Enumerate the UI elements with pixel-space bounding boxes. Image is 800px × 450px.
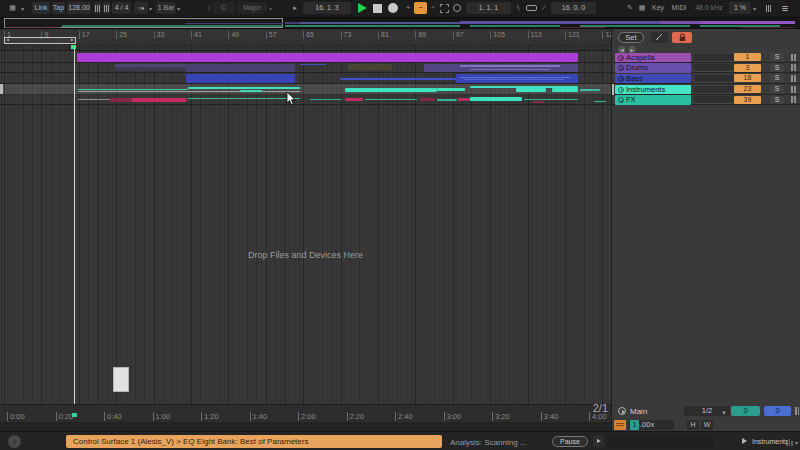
track-io-slot[interactable] xyxy=(694,86,738,93)
clip[interactable] xyxy=(532,101,544,103)
cpu-meter[interactable]: 1 % xyxy=(729,2,751,14)
track-name[interactable]: FX xyxy=(615,95,691,105)
tempo-field[interactable]: 128.00 xyxy=(67,2,91,14)
time-signature-field[interactable]: 4 / 4 xyxy=(112,2,131,14)
nudge-down-button[interactable] xyxy=(94,2,101,14)
solo-button[interactable]: S xyxy=(770,96,784,104)
clip[interactable] xyxy=(420,98,435,101)
scrub-area[interactable] xyxy=(0,45,611,51)
clip[interactable] xyxy=(458,98,470,101)
width-zoom-button[interactable]: W xyxy=(701,420,713,430)
clip[interactable] xyxy=(115,67,186,71)
punch-in-button[interactable]: ∖ xyxy=(514,2,522,14)
overdub-button[interactable]: + xyxy=(404,2,412,14)
key-map-button[interactable]: Key xyxy=(649,2,667,14)
arrangement-overview[interactable] xyxy=(0,17,800,29)
control-surface-icon[interactable]: ▦ xyxy=(6,2,19,14)
stop-button[interactable] xyxy=(373,4,382,13)
clip[interactable] xyxy=(345,98,363,101)
solo-button[interactable]: S xyxy=(770,74,784,82)
clip[interactable] xyxy=(345,88,437,92)
loop-length-field[interactable]: 16. 0. 0 xyxy=(551,2,596,14)
track-routing-number[interactable]: 1 xyxy=(734,53,761,61)
info-icon[interactable]: i xyxy=(8,435,21,448)
loop-switch[interactable] xyxy=(526,5,537,11)
grid-interval-menu[interactable]: 1/2▼ xyxy=(684,406,730,416)
nudge-up-button[interactable] xyxy=(103,2,110,14)
clip[interactable] xyxy=(188,87,300,90)
clip[interactable] xyxy=(437,88,465,91)
instruments-play-icon[interactable] xyxy=(742,438,747,444)
track-activator-icon[interactable] xyxy=(618,65,624,71)
automation-arm-button[interactable]: ~ xyxy=(414,2,427,14)
clip[interactable] xyxy=(460,77,570,78)
record-button[interactable] xyxy=(388,3,398,13)
solo-button[interactable]: S xyxy=(770,64,784,72)
clip[interactable] xyxy=(437,99,457,101)
clip[interactable] xyxy=(516,88,546,92)
quantize-menu[interactable]: 1 Bar xyxy=(156,2,176,14)
fold-button[interactable]: ▦ xyxy=(637,2,647,14)
height-zoom-button[interactable]: H xyxy=(687,420,699,430)
clip[interactable] xyxy=(552,88,578,92)
clip[interactable] xyxy=(300,64,326,66)
scale-chevron-icon[interactable]: ▾ xyxy=(269,5,272,12)
track-io-slot[interactable] xyxy=(694,96,738,103)
metronome-chevron-icon[interactable]: ▾ xyxy=(149,5,152,12)
track-io-slot[interactable] xyxy=(694,64,738,71)
clip[interactable] xyxy=(470,69,550,71)
track-header-drums[interactable]: Drums3S xyxy=(612,63,800,74)
reenable-automation-button[interactable]: + xyxy=(429,2,437,14)
main-send-b-value[interactable]: 0 xyxy=(764,406,791,416)
track-routing-number[interactable]: 23 xyxy=(734,85,761,93)
track-header-bass[interactable]: Bass18S xyxy=(612,73,800,84)
play-button[interactable] xyxy=(358,3,367,13)
resume-button[interactable] xyxy=(593,436,604,447)
tempo-leader-icon[interactable] xyxy=(614,420,626,430)
metronome-button[interactable]: ○● xyxy=(134,2,148,14)
link-button[interactable]: Link xyxy=(32,2,50,14)
menu-icon[interactable]: ≡ xyxy=(778,2,792,14)
follow-button[interactable]: ▸ xyxy=(290,2,300,14)
output-meter-icon[interactable] xyxy=(786,437,795,446)
clip[interactable] xyxy=(340,78,456,80)
track-routing-number[interactable]: 39 xyxy=(734,96,761,104)
cpu-chevron-icon[interactable]: ▾ xyxy=(753,5,756,12)
arrangement-area[interactable]: 191725334149576573818997105113121129 Dro… xyxy=(0,29,611,422)
track-activator-icon[interactable] xyxy=(618,76,624,82)
scale-root-menu[interactable]: C xyxy=(213,2,234,14)
clip[interactable] xyxy=(460,65,560,67)
punch-out-button[interactable]: ∕ xyxy=(540,2,548,14)
pause-button[interactable]: Pause xyxy=(552,436,588,447)
set-button[interactable]: Set xyxy=(618,32,644,43)
meter-chevron-icon[interactable]: ▾ xyxy=(795,439,798,446)
scale-name-menu[interactable]: Major xyxy=(237,2,267,14)
capture-midi-button[interactable] xyxy=(453,4,461,12)
lock-button[interactable] xyxy=(672,32,692,43)
quantize-chevron-icon[interactable]: ▾ xyxy=(177,5,180,12)
tap-tempo-button[interactable]: Tap xyxy=(52,2,65,14)
track-header-fx[interactable]: FX39S xyxy=(612,95,800,106)
clip[interactable] xyxy=(580,89,600,91)
beat-time-ruler[interactable]: 191725334149576573818997105113121129 xyxy=(0,29,611,45)
track-io-slot[interactable] xyxy=(694,75,738,82)
clip[interactable] xyxy=(470,97,522,101)
clip[interactable] xyxy=(240,90,262,92)
track-name[interactable]: Drums xyxy=(615,63,691,73)
arrangement-position-field[interactable]: 16. 1. 3 xyxy=(303,2,351,14)
arrangement-grid[interactable]: Drop Files and Devices Here xyxy=(0,45,611,404)
track-header-acapella[interactable]: Acapella1S xyxy=(612,52,800,63)
clip[interactable] xyxy=(77,53,578,62)
track-name[interactable]: Bass xyxy=(615,74,691,84)
track-routing-number[interactable]: 3 xyxy=(734,64,761,72)
solo-button[interactable]: S xyxy=(770,85,784,93)
track-activator-icon[interactable] xyxy=(618,55,624,61)
clip[interactable] xyxy=(78,89,188,91)
control-surface-chevron-icon[interactable]: ▾ xyxy=(21,5,24,12)
track-activator-icon[interactable] xyxy=(618,87,624,93)
track-name[interactable]: Acapella xyxy=(615,53,691,63)
track-io-slot[interactable] xyxy=(694,54,738,61)
time-ruler[interactable]: 0:000:200:401:001:201:402:002:202:403:00… xyxy=(0,404,611,422)
track-name[interactable]: Instruments xyxy=(615,85,691,95)
clip[interactable] xyxy=(132,98,186,102)
